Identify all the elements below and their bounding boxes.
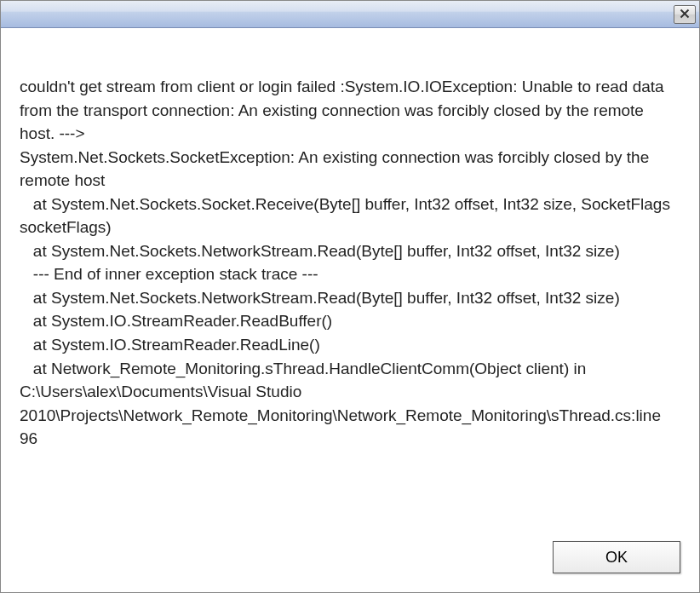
ok-button[interactable]: OK [553,541,680,573]
button-area: OK [1,531,699,592]
close-button[interactable] [674,5,696,24]
title-bar [1,1,699,28]
dialog-window: couldn't get stream from client or login… [0,0,700,593]
dialog-content: couldn't get stream from client or login… [1,28,699,531]
close-icon [680,7,690,22]
error-message: couldn't get stream from client or login… [20,75,680,451]
